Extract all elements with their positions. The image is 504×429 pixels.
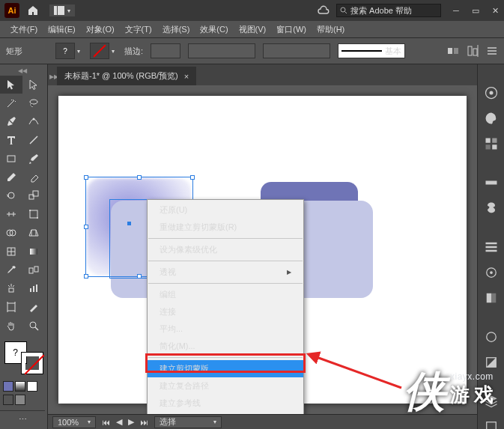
variable-width-dd[interactable] xyxy=(188,43,255,58)
ctx-group[interactable]: 编组 xyxy=(148,286,303,303)
nav-fwd[interactable]: ▶ xyxy=(128,417,134,427)
pen-tool[interactable] xyxy=(0,112,22,130)
column-graph-tool[interactable] xyxy=(22,279,45,297)
mesh-tool[interactable] xyxy=(0,243,22,261)
opacity-icon[interactable] xyxy=(447,45,459,57)
shaper-tool[interactable] xyxy=(0,168,22,186)
ctx-make-guides[interactable]: 建立参考线 xyxy=(148,395,303,412)
stroke-indicator[interactable] xyxy=(21,352,43,374)
appearance-panel-icon[interactable] xyxy=(484,329,499,344)
fill-swatch[interactable]: ? xyxy=(55,43,75,59)
menu-icon[interactable] xyxy=(486,45,498,57)
stroke-panel-icon[interactable] xyxy=(484,240,499,255)
asset-export-panel-icon[interactable] xyxy=(484,419,499,429)
menu-window[interactable]: 窗口(W) xyxy=(272,22,311,37)
rectangle-tool[interactable] xyxy=(0,150,22,168)
ctx-make-clipping-mask[interactable]: 建立剪切蒙版 xyxy=(148,360,303,377)
workspace-switcher[interactable]: ▾ xyxy=(49,4,75,16)
menu-object[interactable]: 对象(O) xyxy=(82,22,119,37)
menu-select[interactable]: 选择(S) xyxy=(158,22,195,37)
stroke-swatch[interactable] xyxy=(90,43,109,59)
menu-edit[interactable]: 编辑(E) xyxy=(43,22,80,37)
search-box[interactable]: 搜索 Adobe 帮助 xyxy=(336,4,441,17)
ctx-pixel-perfect[interactable]: 设为像素级优化 xyxy=(148,241,303,258)
magic-wand-tool[interactable] xyxy=(0,94,22,112)
status-selection[interactable]: 选择▾ xyxy=(154,416,222,428)
fill-swatch-group[interactable]: ?▾ xyxy=(55,43,82,59)
width-tool[interactable] xyxy=(0,205,22,223)
paintbrush-tool[interactable] xyxy=(22,150,45,168)
transparency-panel-icon[interactable] xyxy=(484,290,499,305)
eraser-tool[interactable] xyxy=(22,168,45,186)
blend-tool[interactable] xyxy=(22,261,45,279)
fill-stroke-indicator[interactable] xyxy=(1,340,46,374)
color-panel-icon[interactable] xyxy=(484,111,499,126)
mini-swatch-none[interactable] xyxy=(27,381,37,392)
maximize-button[interactable]: ▭ xyxy=(471,6,480,15)
selection-tool[interactable] xyxy=(0,76,22,94)
symbols-panel-icon[interactable] xyxy=(484,201,499,216)
mini-swatch-gradient[interactable] xyxy=(15,381,25,392)
slice-tool[interactable] xyxy=(22,298,45,316)
screen-mode-full[interactable] xyxy=(15,395,25,405)
ctx-average[interactable]: 平均... xyxy=(148,320,303,338)
canvas[interactable]: 还原(U) 重做建立剪切蒙版(R) 设为像素级优化 透视 编组 连接 平均...… xyxy=(48,85,477,414)
scale-tool[interactable] xyxy=(22,186,45,204)
menu-file[interactable]: 文件(F) xyxy=(6,22,42,37)
hand-tool[interactable] xyxy=(0,317,22,335)
artboard-tool[interactable] xyxy=(0,298,22,316)
toolbox-handle[interactable]: ◀◀ xyxy=(0,66,45,75)
cloud-icon[interactable] xyxy=(317,5,330,16)
ctx-simplify[interactable]: 简化(M)... xyxy=(148,338,303,355)
ctx-undo[interactable]: 还原(U) xyxy=(148,201,303,219)
svg-rect-4 xyxy=(448,48,452,54)
gradient-tool[interactable] xyxy=(22,243,45,261)
home-icon[interactable] xyxy=(27,4,39,16)
screen-mode-normal[interactable] xyxy=(3,395,13,405)
menu-effect[interactable]: 效果(C) xyxy=(195,22,232,37)
ctx-perspective[interactable]: 透视 xyxy=(148,264,303,281)
type-tool[interactable] xyxy=(0,131,22,149)
direct-selection-tool[interactable] xyxy=(22,76,45,94)
swatches-panel-icon[interactable] xyxy=(484,136,499,151)
stroke-weight-input[interactable] xyxy=(151,43,180,58)
perspective-tool[interactable] xyxy=(22,224,45,242)
edit-toolbar[interactable]: ⋯ xyxy=(0,410,45,428)
ctx-make-compound-path[interactable]: 建立复合路径 xyxy=(148,377,303,395)
svg-rect-7 xyxy=(473,49,477,55)
shape-builder-tool[interactable] xyxy=(0,224,22,242)
nav-prev[interactable]: ⏮ xyxy=(102,418,110,427)
tab-handle[interactable]: ▶▶ xyxy=(51,67,57,85)
properties-panel-icon[interactable] xyxy=(484,85,499,100)
free-transform-tool[interactable] xyxy=(22,205,45,223)
close-tab-icon[interactable]: × xyxy=(184,72,189,81)
gradient-panel-icon[interactable] xyxy=(484,265,499,280)
document-tabs: ▶▶ 未标题-1* @ 100% (RGB/预览) × xyxy=(48,64,477,85)
stroke-style-dd[interactable]: 基本 xyxy=(338,43,405,58)
brush-dd[interactable] xyxy=(263,43,330,58)
curvature-tool[interactable] xyxy=(22,112,45,130)
ctx-join[interactable]: 连接 xyxy=(148,303,303,320)
zoom-tool[interactable] xyxy=(22,317,45,335)
symbol-sprayer-tool[interactable] xyxy=(0,279,22,297)
ctx-redo[interactable]: 重做建立剪切蒙版(R) xyxy=(148,219,303,236)
nav-next[interactable]: ⏭ xyxy=(140,418,148,427)
brushes-panel-icon[interactable] xyxy=(484,175,499,190)
nav-back[interactable]: ◀ xyxy=(116,417,122,427)
eyedropper-tool[interactable] xyxy=(0,261,22,279)
rotate-tool[interactable] xyxy=(0,186,22,204)
stroke-swatch-group[interactable]: ▾ xyxy=(90,43,117,59)
lasso-tool[interactable] xyxy=(22,94,45,112)
mini-swatch-color[interactable] xyxy=(3,381,13,392)
graphic-styles-panel-icon[interactable] xyxy=(484,355,499,370)
align-icon[interactable] xyxy=(467,45,479,57)
menu-help[interactable]: 帮助(H) xyxy=(312,22,349,37)
menu-view[interactable]: 视图(V) xyxy=(234,22,271,37)
document-tab[interactable]: 未标题-1* @ 100% (RGB/预览) × xyxy=(57,67,196,85)
menu-type[interactable]: 文字(T) xyxy=(121,22,157,37)
close-button[interactable]: ✕ xyxy=(491,6,500,15)
svg-rect-40 xyxy=(486,293,491,303)
line-tool[interactable] xyxy=(22,131,45,149)
zoom-level[interactable]: 100%▾ xyxy=(52,416,96,428)
minimize-button[interactable]: ─ xyxy=(452,6,461,15)
